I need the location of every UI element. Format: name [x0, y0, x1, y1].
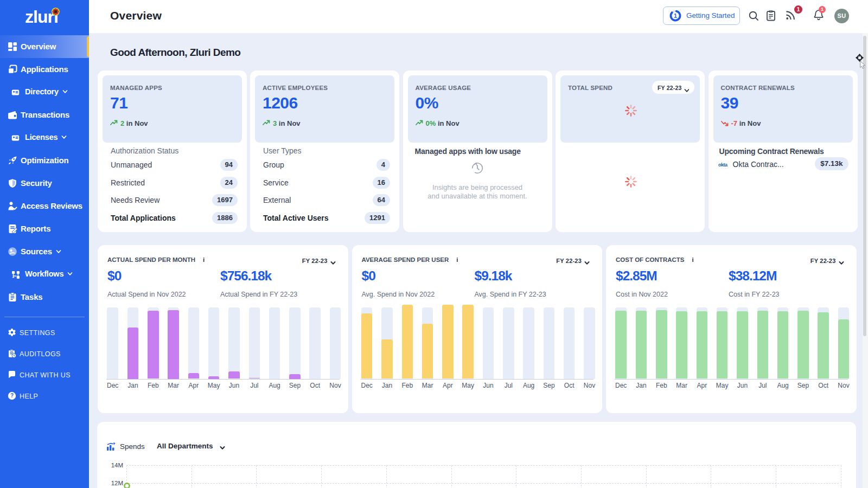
- svg-text:okta: okta: [718, 162, 728, 168]
- svg-text:1: 1: [674, 12, 678, 19]
- svg-text:?: ?: [10, 393, 14, 399]
